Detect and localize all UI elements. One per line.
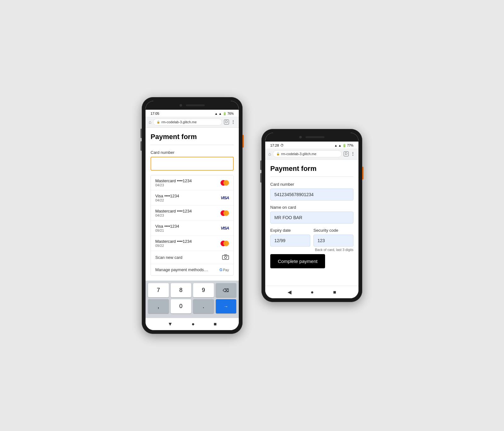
phone1-nav-bar: ▼ ● ■	[146, 318, 239, 330]
url-text: rm-codelab-3.glitch.me	[161, 120, 197, 124]
svg-rect-0	[222, 255, 229, 259]
autofill-item-1[interactable]: Mastercard ••••1234 04/23	[151, 175, 233, 190]
autofill-item-1-name: Mastercard ••••1234	[155, 178, 192, 183]
phone2: 17:28 ⏱ ▲ ▲ 🔋 77% ⌂ 🔒 rm-codelab-3.glitc…	[261, 129, 362, 302]
battery-icon: 🔋	[223, 112, 226, 115]
phone2-battery-percent: 77%	[347, 144, 353, 147]
front-camera	[180, 104, 182, 107]
phone2-battery-icon: 🔋	[342, 144, 346, 147]
svg-point-1	[225, 256, 227, 259]
complete-payment-button[interactable]: Complete payment	[270, 254, 325, 268]
autofill-item-3-name: Mastercard ••••1234	[155, 209, 192, 213]
lock-icon: 🔒	[157, 120, 160, 124]
gpay-logo: G Pay	[220, 268, 229, 272]
phone1-keyboard: 7 8 9 ⌫ , 0 . →	[146, 281, 239, 318]
phone2-timer-icon: ⏱	[280, 143, 284, 147]
home-button[interactable]: ●	[192, 321, 195, 327]
card-number-input[interactable]	[151, 157, 234, 171]
autofill-item-3-exp: 04/23	[155, 213, 192, 217]
manage-payment-methods-label: Manage payment methods…	[155, 267, 208, 272]
phone2-power-button[interactable]	[362, 167, 364, 179]
autofill-list: Mastercard ••••1234 04/23 Visa ••••1234 …	[151, 175, 234, 276]
phone2-name-value[interactable]: MR FOO BAR	[270, 212, 353, 224]
visa-logo-1: VISA	[221, 195, 229, 200]
visa-logo-2: VISA	[221, 226, 229, 230]
power-button[interactable]	[243, 135, 244, 148]
vol-up-button[interactable]	[140, 129, 142, 138]
phone2-tab-icon[interactable]: D	[344, 151, 349, 156]
key-7[interactable]: 7	[148, 283, 169, 297]
manage-payment-methods-item[interactable]: Manage payment methods… G Pay	[151, 264, 233, 275]
key-9[interactable]: 9	[193, 283, 214, 297]
signal-icon: ▲	[219, 112, 222, 115]
phone2-url-bar[interactable]: 🔒 rm-codelab-3.glitch.me	[273, 150, 342, 157]
phone2-card-number-label: Card number	[270, 182, 353, 187]
phone2-name-group: Name on card MR FOO BAR	[270, 205, 353, 224]
phone1-wrapper: 17:05 ▲ ▲ 🔋 76% ⌂ 🔒 rm-codelab-3.glitch.…	[142, 97, 243, 334]
speaker	[186, 104, 205, 106]
wifi-icon: ▲	[215, 112, 218, 115]
home-icon[interactable]: ⌂	[149, 119, 151, 125]
autofill-item-4-info: Visa ••••1234 09/21	[155, 224, 179, 232]
autofill-item-3-info: Mastercard ••••1234 04/23	[155, 209, 192, 217]
browser-actions: D ⋮	[224, 119, 236, 125]
card-number-group: Card number	[151, 150, 234, 171]
phone2-expiry-value[interactable]: 12/99	[270, 235, 310, 247]
recents-button[interactable]: ■	[214, 321, 217, 327]
menu-icon[interactable]: ⋮	[231, 119, 236, 125]
phone2-home-icon[interactable]: ⌂	[268, 151, 271, 156]
key-next[interactable]: →	[216, 299, 237, 313]
keyboard-row-1: 7 8 9 ⌫	[148, 283, 236, 297]
pay-text: Pay	[223, 268, 229, 272]
phone2-vol-down-button[interactable]	[260, 173, 261, 183]
phone2-home-button[interactable]: ●	[311, 289, 314, 295]
phone2-menu-icon[interactable]: ⋮	[351, 151, 355, 156]
phone2-security-helper: Back of card, last 3 digits	[313, 248, 353, 252]
phone2-half-fields: Expiry date 12/99 Security code 123 Back…	[270, 228, 353, 252]
phone2-wrapper: 17:28 ⏱ ▲ ▲ 🔋 77% ⌂ 🔒 rm-codelab-3.glitc…	[261, 129, 362, 302]
autofill-item-3[interactable]: Mastercard ••••1234 04/23	[151, 206, 233, 221]
scan-new-card-label: Scan new card	[155, 255, 182, 260]
mastercard-logo-1	[220, 180, 229, 186]
phone2-card-number-value[interactable]: 5412345678901234	[270, 189, 353, 201]
phone2-security-group: Security code 123 Back of card, last 3 d…	[313, 228, 353, 252]
url-bar[interactable]: 🔒 rm-codelab-3.glitch.me	[153, 119, 222, 125]
autofill-item-1-info: Mastercard ••••1234 04/23	[155, 178, 192, 187]
key-comma[interactable]: ,	[148, 299, 169, 313]
phone2-security-value[interactable]: 123	[313, 235, 353, 247]
autofill-item-2[interactable]: Visa ••••1234 04/22 VISA	[151, 190, 233, 206]
phone2-page-content: Payment form Card number 541234567890123…	[265, 160, 358, 286]
phone2-lock-icon: 🔒	[276, 152, 280, 155]
phone2-front-camera	[299, 136, 302, 138]
card-number-label: Card number	[151, 150, 234, 155]
phone2-back-button[interactable]: ◀	[288, 289, 291, 295]
phone2-time-area: 17:28 ⏱	[270, 143, 284, 147]
key-period[interactable]: .	[193, 299, 214, 313]
phone1-top-bar	[146, 101, 239, 110]
phone2-page-title: Payment form	[270, 165, 353, 173]
autofill-item-5[interactable]: Mastercard ••••1234 09/22	[151, 236, 233, 251]
key-0[interactable]: 0	[171, 299, 192, 313]
phone1: 17:05 ▲ ▲ 🔋 76% ⌂ 🔒 rm-codelab-3.glitch.…	[142, 97, 243, 334]
phone2-signal-icon: ▲	[338, 144, 341, 147]
key-8[interactable]: 8	[171, 283, 192, 297]
phone2-browser-actions: D ⋮	[344, 151, 355, 156]
tab-icon[interactable]: D	[224, 119, 229, 125]
phone1-status-icons: ▲ ▲ 🔋 76%	[215, 112, 234, 115]
autofill-item-4-exp: 09/21	[155, 229, 179, 232]
phone2-nav-bar: ◀ ● ■	[265, 286, 358, 298]
autofill-item-5-name: Mastercard ••••1234	[155, 239, 192, 244]
phone2-recents-button[interactable]: ■	[333, 289, 336, 295]
phone1-page-title: Payment form	[151, 133, 234, 141]
back-button[interactable]: ▼	[168, 321, 173, 327]
phone1-screen: 17:05 ▲ ▲ 🔋 76% ⌂ 🔒 rm-codelab-3.glitch.…	[146, 101, 239, 330]
vol-down-button[interactable]	[140, 141, 142, 151]
scan-new-card-item[interactable]: Scan new card	[151, 251, 233, 264]
autofill-item-4[interactable]: Visa ••••1234 09/21 VISA	[151, 221, 233, 236]
svg-point-2	[227, 256, 228, 257]
phone1-browser-bar: ⌂ 🔒 rm-codelab-3.glitch.me D ⋮	[146, 117, 239, 128]
phone1-status-bar: 17:05 ▲ ▲ 🔋 76%	[146, 110, 239, 117]
phone2-vol-up-button[interactable]	[260, 160, 261, 170]
key-backspace[interactable]: ⌫	[216, 283, 237, 297]
phone2-wifi-icon: ▲	[334, 144, 337, 147]
